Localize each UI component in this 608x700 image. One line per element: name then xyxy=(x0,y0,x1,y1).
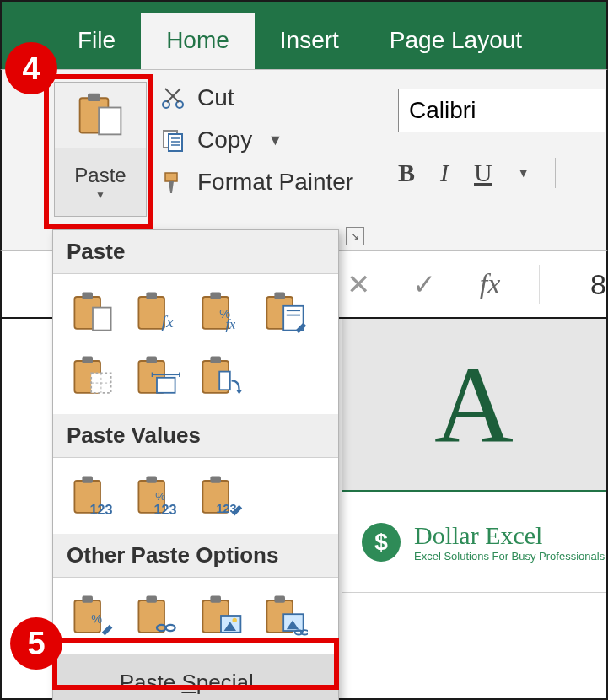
svg-rect-47 xyxy=(146,477,157,483)
paste-special-suffix: pecial... xyxy=(196,670,272,695)
clipboard-icon xyxy=(75,91,126,140)
svg-rect-36 xyxy=(146,357,157,363)
chevron-down-icon[interactable]: ▼ xyxy=(518,166,530,180)
paste-option-transpose[interactable] xyxy=(195,350,247,402)
svg-line-5 xyxy=(167,89,180,102)
paste-option-formulas-number-formatting[interactable]: %fx xyxy=(195,286,247,338)
paste-option-no-borders[interactable] xyxy=(67,350,119,402)
paste-dropdown-menu: Paste fx %fx Paste Values 123 %123 xyxy=(52,229,339,700)
svg-rect-21 xyxy=(210,293,221,299)
separator xyxy=(555,158,556,188)
svg-marker-42 xyxy=(236,390,242,394)
paste-split-button[interactable]: Paste ▼ xyxy=(54,82,147,217)
svg-rect-44 xyxy=(82,477,93,483)
cut-label: Cut xyxy=(197,84,234,111)
svg-rect-40 xyxy=(210,357,221,363)
underline-button[interactable]: U xyxy=(474,159,492,187)
svg-rect-37 xyxy=(157,378,175,393)
tab-file[interactable]: File xyxy=(52,13,141,69)
svg-rect-59 xyxy=(146,596,157,603)
paste-option-values-number-formatting[interactable]: %123 xyxy=(131,470,183,522)
paintbrush-icon xyxy=(159,168,187,197)
svg-rect-41 xyxy=(219,372,230,390)
paste-option-picture[interactable] xyxy=(195,590,247,642)
paste-special-prefix: Paste xyxy=(120,670,182,695)
svg-rect-12 xyxy=(165,173,177,181)
ribbon-tab-strip: File Home Insert Page Layout xyxy=(0,0,608,69)
svg-text:fx: fx xyxy=(161,312,173,331)
paste-option-formulas[interactable]: fx xyxy=(131,286,183,338)
paste-option-values-source-formatting[interactable]: 123 xyxy=(195,470,247,522)
format-painter-button[interactable]: Format Painter xyxy=(159,168,353,197)
svg-point-66 xyxy=(233,618,237,622)
paste-option-paste[interactable] xyxy=(67,286,119,338)
svg-marker-13 xyxy=(169,181,174,193)
copy-icon xyxy=(159,126,187,154)
clipboard-dialog-launcher[interactable]: ↘ xyxy=(346,227,364,245)
fx-icon[interactable]: fx xyxy=(473,268,507,300)
svg-point-3 xyxy=(163,101,169,108)
column-header-a[interactable]: A xyxy=(342,319,606,492)
svg-rect-25 xyxy=(274,293,285,299)
font-name-combobox[interactable]: Calibri xyxy=(398,89,605,132)
paste-special-hotkey: S xyxy=(181,670,196,695)
svg-text:123: 123 xyxy=(153,502,176,517)
paste-values-section-header: Paste Values xyxy=(53,414,338,458)
svg-text:fx: fx xyxy=(225,317,235,332)
paste-label: Paste xyxy=(74,164,126,187)
format-painter-label: Format Painter xyxy=(197,169,353,196)
svg-point-61 xyxy=(166,625,175,631)
svg-line-6 xyxy=(165,89,179,102)
paste-option-formatting[interactable]: % xyxy=(67,590,119,642)
svg-rect-1 xyxy=(88,93,100,100)
brand-title: Dollar Excel xyxy=(414,521,605,550)
paste-button-dropdown[interactable]: Paste ▼ xyxy=(55,148,146,216)
svg-rect-68 xyxy=(274,596,285,603)
svg-rect-58 xyxy=(138,600,164,633)
callout-badge-4: 4 xyxy=(5,42,57,94)
paste-option-values[interactable]: 123 xyxy=(67,470,119,522)
paste-option-linked-picture[interactable] xyxy=(259,590,311,642)
svg-rect-15 xyxy=(82,293,93,299)
column-letter: A xyxy=(434,342,514,468)
svg-rect-51 xyxy=(210,477,221,483)
tab-home[interactable]: Home xyxy=(141,13,255,69)
svg-marker-57 xyxy=(102,625,113,636)
separator xyxy=(539,265,540,304)
svg-rect-63 xyxy=(210,596,221,603)
enter-icon[interactable]: ✓ xyxy=(407,267,441,301)
paste-option-paste-link[interactable] xyxy=(131,590,183,642)
svg-rect-17 xyxy=(138,297,164,329)
copy-label: Copy xyxy=(197,127,252,153)
italic-button[interactable]: I xyxy=(440,159,449,187)
tab-page-layout[interactable]: Page Layout xyxy=(364,13,547,69)
cell-a1[interactable]: $ Dollar Excel Excel Solutions For Busy … xyxy=(342,492,606,593)
paste-option-keep-column-widths[interactable] xyxy=(131,350,183,402)
svg-rect-31 xyxy=(82,357,93,363)
other-paste-section-header: Other Paste Options xyxy=(53,534,338,578)
formula-bar-value[interactable]: 8 xyxy=(590,268,606,301)
chevron-down-icon: ▼ xyxy=(267,132,282,149)
paste-option-keep-source-formatting[interactable] xyxy=(259,286,311,338)
svg-rect-2 xyxy=(99,107,121,134)
svg-text:%: % xyxy=(91,612,102,626)
copy-button[interactable]: Copy ▼ xyxy=(159,126,353,154)
brand-text: Dollar Excel Excel Solutions For Busy Pr… xyxy=(414,521,605,563)
svg-point-4 xyxy=(176,101,183,108)
scissors-icon xyxy=(159,83,187,112)
paste-button-top[interactable] xyxy=(55,83,146,148)
svg-rect-8 xyxy=(169,134,182,151)
callout-badge-5: 5 xyxy=(10,617,62,670)
cut-button[interactable]: Cut xyxy=(159,83,353,112)
svg-rect-55 xyxy=(82,596,93,603)
cancel-icon[interactable]: ✕ xyxy=(342,267,375,301)
svg-rect-16 xyxy=(93,308,111,331)
clipboard-group: Cut Copy ▼ Format Pai xyxy=(159,83,353,197)
svg-rect-18 xyxy=(146,293,157,299)
tab-insert[interactable]: Insert xyxy=(255,13,364,69)
brand-subtitle: Excel Solutions For Busy Professionals xyxy=(414,550,605,563)
bold-button[interactable]: B xyxy=(398,159,415,187)
paste-section-header: Paste xyxy=(53,230,338,274)
paste-special-menu-item[interactable]: Paste Special... xyxy=(53,654,338,700)
font-name-value: Calibri xyxy=(409,97,476,124)
